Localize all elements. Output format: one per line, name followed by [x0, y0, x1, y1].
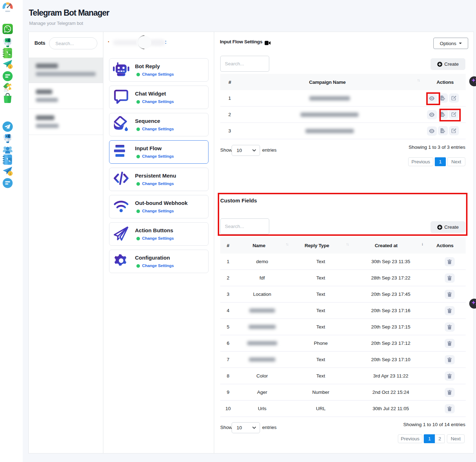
svg-text:1: 1 [9, 172, 11, 175]
svg-text:1: 1 [9, 65, 11, 69]
